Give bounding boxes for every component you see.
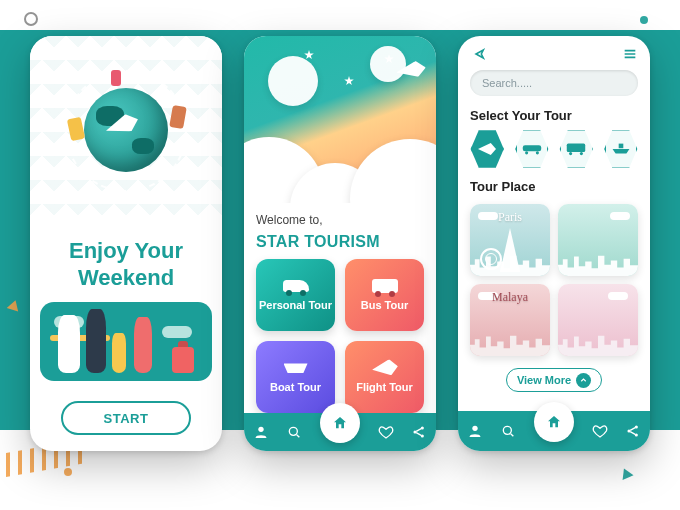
personal-tour-card[interactable]: Personal Tour	[256, 259, 335, 331]
welcome-text: Welcome to,	[244, 203, 436, 233]
svg-point-9	[569, 152, 572, 155]
place-card[interactable]: Paris	[470, 204, 550, 276]
onboarding-title: Enjoy Your Weekend	[30, 227, 222, 298]
svg-point-1	[290, 427, 298, 435]
svg-point-12	[472, 426, 477, 431]
card-label: Personal Tour	[259, 299, 332, 312]
search-input[interactable]: Search.....	[470, 70, 638, 96]
view-more-button[interactable]: View More	[506, 368, 602, 392]
select-tour-heading: Select Your Tour	[458, 104, 650, 129]
onboarding-screen: Enjoy Your Weekend START	[30, 36, 222, 451]
view-more-label: View More	[517, 374, 571, 386]
back-button[interactable]	[470, 46, 486, 62]
nav-home[interactable]	[320, 403, 360, 443]
filter-ship[interactable]	[604, 129, 639, 169]
svg-point-6	[525, 151, 528, 154]
tour-place-heading: Tour Place	[458, 175, 650, 200]
card-label: Flight Tour	[356, 381, 413, 394]
nav-favorites[interactable]	[378, 424, 394, 440]
bus-icon	[372, 279, 398, 293]
nav-share[interactable]	[625, 423, 641, 439]
brand-title: STAR TOURISM	[244, 233, 436, 259]
nav-user[interactable]	[253, 424, 269, 440]
bottom-nav	[244, 413, 436, 451]
card-label: Bus Tour	[361, 299, 408, 312]
place-label: Malaya	[470, 290, 550, 305]
svg-point-0	[258, 427, 263, 432]
filter-plane[interactable]	[470, 129, 505, 169]
menu-button[interactable]	[622, 46, 638, 62]
nav-home[interactable]	[534, 402, 574, 442]
filter-bus[interactable]	[559, 129, 594, 169]
start-button[interactable]: START	[61, 401, 191, 435]
boat-tour-card[interactable]: Boat Tour	[256, 341, 335, 413]
place-card[interactable]	[558, 204, 638, 276]
car-icon	[283, 280, 309, 292]
filter-car[interactable]	[515, 129, 550, 169]
svg-rect-5	[523, 145, 541, 151]
bottom-nav	[458, 411, 650, 451]
nav-search[interactable]	[286, 424, 302, 440]
plane-icon	[371, 359, 399, 378]
svg-point-10	[580, 152, 583, 155]
svg-point-7	[536, 151, 539, 154]
place-label: Paris	[470, 210, 550, 225]
place-card[interactable]	[558, 284, 638, 356]
nav-favorites[interactable]	[592, 423, 608, 439]
bus-tour-card[interactable]: Bus Tour	[345, 259, 424, 331]
chevron-down-icon	[576, 373, 591, 388]
flight-tour-card[interactable]: Flight Tour	[345, 341, 424, 413]
browse-screen: Search..... Select Your Tour Tour Place …	[458, 36, 650, 451]
title-line-1: Enjoy Your	[69, 238, 183, 263]
nav-user[interactable]	[467, 423, 483, 439]
nav-share[interactable]	[411, 424, 427, 440]
svg-point-13	[504, 426, 512, 434]
home-screen: Welcome to, STAR TOURISM Personal Tour B…	[244, 36, 436, 451]
title-line-2: Weekend	[78, 265, 174, 290]
boat-icon	[284, 363, 308, 373]
transport-filter	[458, 129, 650, 175]
svg-rect-8	[567, 144, 585, 152]
hero-banner	[244, 36, 436, 203]
svg-rect-11	[618, 144, 623, 149]
nav-search[interactable]	[500, 423, 516, 439]
card-label: Boat Tour	[270, 381, 321, 394]
family-illustration	[40, 302, 212, 381]
hero-globe	[30, 36, 222, 227]
place-card[interactable]: Malaya	[470, 284, 550, 356]
